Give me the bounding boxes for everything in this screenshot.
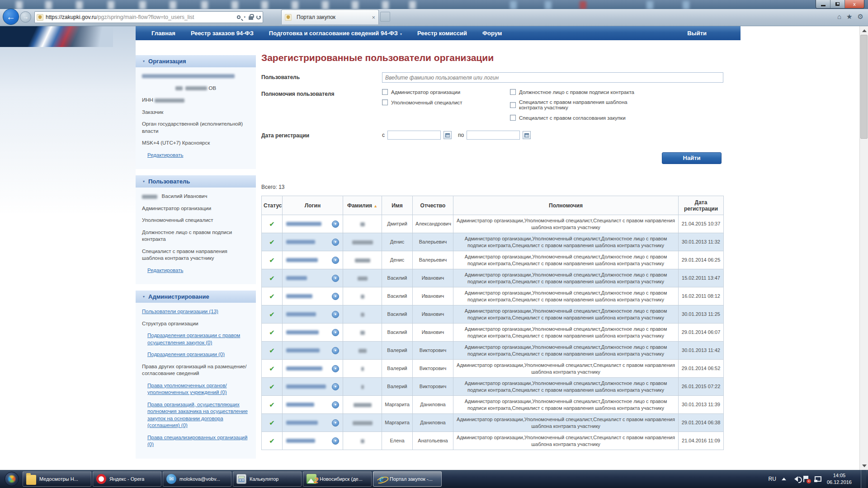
admin-link-7[interactable]: Права организаций, осуществляющих полном…	[147, 402, 248, 428]
scrollbar-up-arrow[interactable]	[860, 26, 868, 34]
tab-close-icon[interactable]: ×	[372, 14, 375, 21]
org-edit-link[interactable]: Редактировать	[147, 152, 183, 158]
checkbox[interactable]	[510, 89, 516, 95]
user-section-header[interactable]: ▾ Пользователь	[136, 175, 256, 188]
calendar-from-button[interactable]	[443, 131, 452, 139]
checkbox[interactable]	[510, 102, 516, 108]
permission-checkbox-row[interactable]: Должностное лицо с правом подписи контра…	[510, 89, 646, 95]
table-row: ✔▼ВасилийИвановичАдминистратор организац…	[262, 287, 724, 305]
chevron-down-icon[interactable]: ▾	[244, 15, 245, 19]
calendar-to-button[interactable]	[523, 131, 531, 139]
login-actions-dropdown-button[interactable]: ▼	[332, 401, 339, 408]
login-actions-dropdown-button[interactable]: ▼	[332, 311, 339, 318]
organization-section-header[interactable]: ▾ Организация	[136, 55, 256, 67]
registration-date-cell: 26.01.2015 07:22	[679, 378, 724, 396]
volume-icon[interactable]	[792, 476, 798, 482]
clock[interactable]: 14:05 06.12.2016	[827, 472, 852, 486]
show-desktop-button[interactable]	[861, 470, 866, 488]
minimize-button[interactable]	[816, 0, 830, 8]
opera-icon	[96, 474, 106, 484]
column-header-Имя[interactable]: Имя	[382, 196, 413, 215]
desktop-icon	[16, 1, 23, 9]
permission-checkbox-row[interactable]: Специалист с правом согласования закупки	[510, 115, 646, 121]
nav-item-2[interactable]: Реестр заказов 94-ФЗ	[183, 30, 261, 37]
folder-icon	[26, 475, 36, 485]
first-name-cell: Денис	[382, 251, 413, 269]
middle-name-cell: Иванович	[413, 324, 453, 342]
permission-checkbox-row[interactable]: Уполномоченный специалист	[382, 99, 502, 105]
login-actions-dropdown-button[interactable]: ▼	[332, 437, 339, 445]
page-scrollbar[interactable]	[859, 26, 868, 470]
scrollbar-thumb[interactable]	[860, 35, 868, 139]
login-actions-dropdown-button[interactable]: ▼	[332, 257, 339, 264]
taskbar-app-6[interactable]: eПортал закупок -...	[373, 471, 442, 487]
search-icon[interactable]	[237, 15, 241, 19]
settings-gear-icon[interactable]: ⚙	[858, 13, 863, 21]
login-actions-dropdown-button[interactable]: ▼	[332, 239, 339, 246]
restore-button[interactable]	[830, 0, 845, 8]
refresh-icon[interactable]	[256, 15, 261, 19]
status-ok-check-icon: ✔	[269, 401, 275, 408]
login-actions-dropdown-button[interactable]: ▼	[332, 329, 339, 336]
desktop-icon	[292, 1, 298, 9]
scrollbar-down-arrow[interactable]	[860, 462, 868, 470]
hidden-icons-arrow[interactable]	[782, 475, 786, 480]
user-search-input[interactable]	[382, 72, 723, 83]
address-bar[interactable]: https://zakupki.gov.ru/pgz/spring/main-f…	[34, 11, 263, 23]
admin-link-1[interactable]: Пользователи организации (13)	[142, 309, 218, 314]
taskbar-app-3[interactable]: ✉molokova@vobv...	[163, 471, 231, 487]
admin-link-6[interactable]: Права уполномоченных органов/уполномочен…	[147, 383, 227, 395]
url-text[interactable]: https://zakupki.gov.ru/pgz/spring/main-f…	[46, 14, 237, 20]
taskbar-app-5[interactable]: 2Новосибирск (де...	[303, 471, 372, 487]
checkbox[interactable]	[382, 89, 388, 95]
checkbox[interactable]	[510, 115, 516, 121]
user-edit-link[interactable]: Редактировать	[147, 267, 183, 273]
date-to-input[interactable]	[467, 131, 520, 140]
taskbar-app-label: Медосмотры Н...	[39, 476, 78, 482]
column-header-Статус[interactable]: Статус	[262, 196, 283, 215]
language-indicator[interactable]: RU	[769, 476, 776, 482]
permission-checkbox-row[interactable]: Специалист с правом направления шаблона …	[510, 99, 646, 110]
taskbar-app-2[interactable]: Яндекс - Opera	[93, 471, 161, 487]
column-header-Фамилия[interactable]: Фамилия▲	[343, 196, 382, 215]
column-header-Отчество[interactable]: Отчество	[413, 196, 453, 215]
admin-link-4[interactable]: Подразделения организации (0)	[147, 352, 225, 357]
taskbar-app-4[interactable]: Калькулятор	[233, 471, 302, 487]
back-button[interactable]: ←	[3, 9, 19, 25]
desktop-icon	[76, 1, 83, 9]
tab-favicon	[285, 14, 292, 21]
login-actions-dropdown-button[interactable]: ▼	[332, 419, 339, 427]
favorites-star-icon[interactable]: ★	[846, 13, 852, 21]
new-tab-button[interactable]	[380, 12, 390, 22]
windows-logo-icon	[7, 474, 17, 484]
desktop-icon	[45, 1, 52, 9]
column-header-Полномочия[interactable]: Полномочия	[453, 196, 679, 215]
first-name-cell: Валерий	[382, 360, 413, 378]
home-icon[interactable]: ⌂	[837, 13, 841, 21]
action-center-flag-icon[interactable]: ×	[803, 476, 809, 482]
admin-link-8[interactable]: Права специализированных организаций (0)	[147, 435, 247, 447]
user-role-3: Должностное лицо с правом подписи контра…	[142, 229, 250, 243]
admin-link-3[interactable]: Подразделения организации с правом осуще…	[147, 333, 240, 345]
login-actions-dropdown-button[interactable]: ▼	[332, 275, 339, 282]
login-actions-dropdown-button[interactable]: ▼	[332, 221, 339, 228]
column-header-Дата регистрации[interactable]: Дата регистрации	[679, 196, 724, 215]
login-actions-dropdown-button[interactable]: ▼	[332, 365, 339, 372]
browser-tab[interactable]: Портал закупок ×	[281, 9, 379, 24]
checkbox[interactable]	[382, 99, 388, 105]
login-actions-dropdown-button[interactable]: ▼	[332, 383, 339, 390]
permission-checkbox-row[interactable]: Администратор организации	[382, 89, 502, 95]
admin-section-header[interactable]: ▾ Администрирование	[136, 291, 256, 303]
taskbar-app-1[interactable]: Медосмотры Н...	[23, 471, 91, 487]
login-actions-dropdown-button[interactable]: ▼	[332, 347, 339, 354]
column-header-Логин[interactable]: Логин	[283, 196, 343, 215]
nav-item-1[interactable]: Главная	[144, 30, 183, 37]
search-button[interactable]: Найти	[662, 152, 722, 164]
network-icon[interactable]	[814, 476, 821, 482]
start-button[interactable]	[5, 472, 19, 486]
date-from-input[interactable]	[387, 131, 441, 140]
close-button[interactable]: x	[845, 0, 864, 8]
admin-item-7: Права организаций, осуществляющих полном…	[147, 401, 250, 429]
login-actions-dropdown-button[interactable]: ▼	[332, 293, 339, 300]
forward-button[interactable]: →	[20, 11, 31, 23]
